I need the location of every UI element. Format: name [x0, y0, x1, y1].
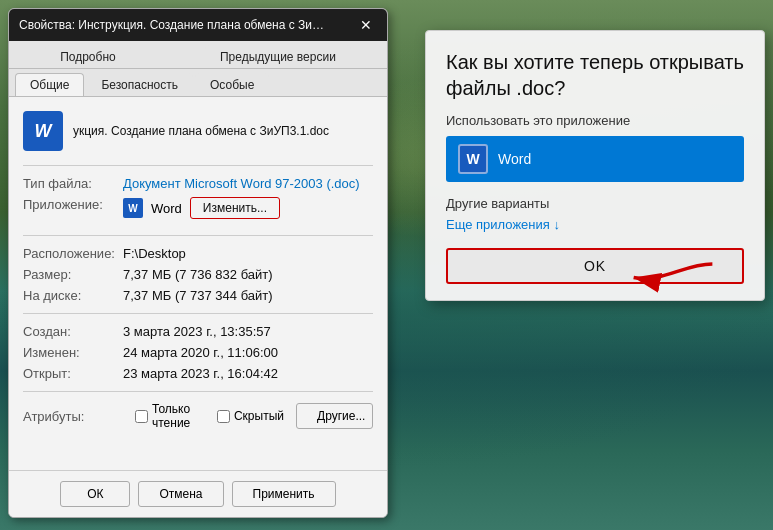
created-value: 3 марта 2023 г., 13:35:57 [123, 324, 373, 339]
hidden-label: Скрытый [234, 409, 284, 423]
location-value: F:\Desktop [123, 246, 373, 261]
app-label: Приложение: [23, 197, 123, 212]
apply-button[interactable]: Применить [232, 481, 336, 507]
tab-security[interactable]: Безопасность [86, 73, 193, 96]
created-row: Создан: 3 марта 2023 г., 13:35:57 [23, 324, 373, 339]
tabs-row1: Подробно Предыдущие версии [9, 41, 387, 69]
disk-size-row: На диске: 7,37 МБ (7 737 344 байт) [23, 288, 373, 303]
hidden-checkbox-label[interactable]: Скрытый [217, 409, 284, 423]
modified-row: Изменен: 24 марта 2020 г., 11:06:00 [23, 345, 373, 360]
separator-1 [23, 165, 373, 166]
file-type-label: Тип файла: [23, 176, 123, 191]
open-with-title: Как вы хотите теперь открывать файлы .do… [446, 49, 744, 101]
ok-button[interactable]: ОК [60, 481, 130, 507]
hidden-checkbox[interactable] [217, 410, 230, 423]
file-type-row: Тип файла: Документ Microsoft Word 97-20… [23, 176, 373, 191]
more-apps-link[interactable]: Еще приложения ↓ [446, 217, 744, 232]
file-type-value: Документ Microsoft Word 97-2003 (.doc) [123, 176, 373, 191]
tab-previous-versions[interactable]: Предыдущие версии [205, 45, 351, 68]
size-row: Размер: 7,37 МБ (7 736 832 байт) [23, 267, 373, 282]
open-with-subtitle: Использовать это приложение [446, 113, 744, 128]
app-name: Word [151, 201, 182, 216]
other-options-label: Другие варианты [446, 196, 744, 211]
location-label: Расположение: [23, 246, 123, 261]
opened-label: Открыт: [23, 366, 123, 381]
size-label: Размер: [23, 267, 123, 282]
tabs-row2: Общие Безопасность Особые [9, 69, 387, 97]
dialog-footer: ОК Отмена Применить [9, 470, 387, 517]
attributes-row: Атрибуты: Только чтение Скрытый Другие..… [23, 402, 373, 430]
created-label: Создан: [23, 324, 123, 339]
change-app-button[interactable]: Изменить... [190, 197, 280, 219]
file-name: укция. Создание плана обмена с ЗиУП3.1.d… [73, 124, 329, 138]
app-value-row: W Word Изменить... [123, 197, 280, 219]
selected-app-option[interactable]: W Word [446, 136, 744, 182]
readonly-checkbox[interactable] [135, 410, 148, 423]
tab-details[interactable]: Подробно [45, 45, 131, 68]
dialog-body: W укция. Создание плана обмена с ЗиУП3.1… [9, 97, 387, 470]
tab-special[interactable]: Особые [195, 73, 269, 96]
word-icon-small: W [123, 198, 143, 218]
properties-dialog: Свойства: Инструкция. Создание плана обм… [8, 8, 388, 518]
disk-label: На диске: [23, 288, 123, 303]
app-row: Приложение: W Word Изменить... [23, 197, 373, 225]
cancel-button[interactable]: Отмена [138, 481, 223, 507]
opened-row: Открыт: 23 марта 2023 г., 16:04:42 [23, 366, 373, 381]
dialog-title: Свойства: Инструкция. Создание плана обм… [19, 18, 329, 32]
readonly-checkbox-label[interactable]: Только чтение [135, 402, 205, 430]
tab-general[interactable]: Общие [15, 73, 84, 96]
separator-4 [23, 391, 373, 392]
attrs-label: Атрибуты: [23, 409, 123, 424]
file-word-icon: W [23, 111, 63, 151]
separator-2 [23, 235, 373, 236]
modified-value: 24 марта 2020 г., 11:06:00 [123, 345, 373, 360]
readonly-label: Только чтение [152, 402, 205, 430]
other-attrs-button[interactable]: Другие... [296, 403, 373, 429]
disk-value: 7,37 МБ (7 737 344 байт) [123, 288, 373, 303]
red-arrow-annotation [628, 255, 718, 300]
dialog-titlebar: Свойства: Инструкция. Создание плана обм… [9, 9, 387, 41]
selected-app-name: Word [498, 151, 531, 167]
word-icon-medium: W [458, 144, 488, 174]
modified-label: Изменен: [23, 345, 123, 360]
dialog-close-button[interactable]: ✕ [355, 14, 377, 36]
opened-value: 23 марта 2023 г., 16:04:42 [123, 366, 373, 381]
file-header: W укция. Создание плана обмена с ЗиУП3.1… [23, 111, 373, 151]
location-row: Расположение: F:\Desktop [23, 246, 373, 261]
separator-3 [23, 313, 373, 314]
size-value: 7,37 МБ (7 736 832 байт) [123, 267, 373, 282]
